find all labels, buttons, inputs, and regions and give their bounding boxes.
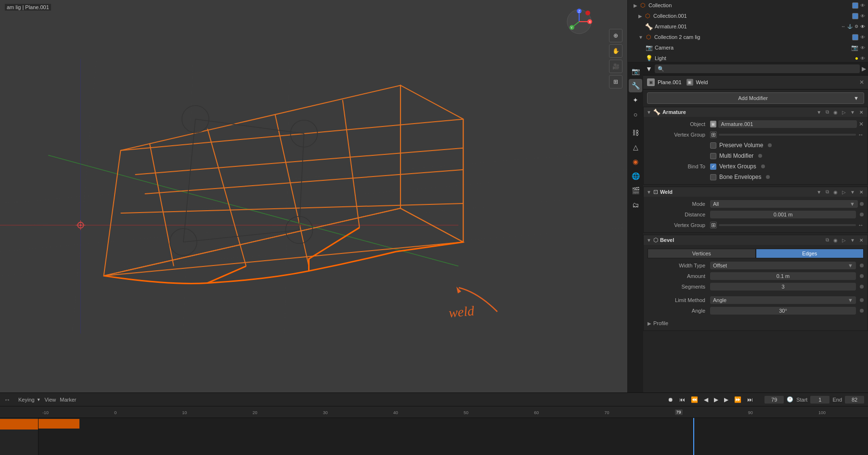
vg-dot[interactable]	[761, 164, 765, 168]
modifier-armature-header[interactable]: ▼ 🦴 Armature ▼ ⧉ ◉ ▷ ▼ ✕	[644, 107, 868, 117]
grid-tool[interactable]: ⊞	[609, 75, 622, 88]
scene-icon-btn[interactable]: 📷	[629, 64, 642, 78]
bevel-data-icon[interactable]: ◉	[832, 237, 839, 243]
world-icon-btn[interactable]: 🌐	[629, 169, 642, 183]
play-btn[interactable]: ▶	[712, 395, 720, 404]
bevel-limit-dropdown[interactable]: Angle ▼	[710, 296, 856, 304]
armature-copy-icon[interactable]: ⧉	[824, 109, 830, 115]
add-modifier-btn[interactable]: Add Modifier ▼	[647, 92, 864, 104]
material-icon-btn[interactable]: ◉	[629, 155, 642, 168]
be-dot[interactable]	[766, 175, 770, 179]
current-frame-input[interactable]	[764, 396, 784, 404]
constraints-icon-btn[interactable]: ⛓	[629, 126, 642, 139]
physics-icon-btn[interactable]: ○	[629, 108, 642, 121]
particles-icon-btn[interactable]: ✦	[629, 93, 642, 107]
jump-end-btn[interactable]: ⏭	[745, 395, 755, 404]
weld-render-icon[interactable]: ▷	[841, 189, 847, 195]
marker-menu[interactable]: Marker	[60, 397, 76, 403]
jump-start-btn[interactable]: ⏮	[677, 395, 687, 404]
step-fwd-btn[interactable]: ▶	[722, 395, 730, 404]
vgroup-swap[interactable]: ↔	[858, 131, 864, 138]
bevel-segments-field[interactable]: 3	[710, 283, 856, 291]
next-keyframe-btn[interactable]: ⏩	[732, 395, 743, 404]
timeline-swap-btn[interactable]: ↔	[4, 396, 11, 404]
weld-dist-dot[interactable]	[860, 213, 864, 216]
preserve-volume-checkbox[interactable]	[710, 142, 716, 149]
profile-arrow[interactable]: ▶	[648, 321, 651, 326]
bevel-limit-dot[interactable]	[860, 298, 864, 302]
modifier-weld-header[interactable]: ▼ ⊡ Weld ▼ ⧉ ◉ ▷ ▼ ✕	[644, 187, 868, 197]
output-icon-btn[interactable]: 🗂	[629, 198, 642, 212]
track-bar-area[interactable]	[39, 418, 868, 455]
bevel-collapse[interactable]: ▼	[647, 238, 651, 243]
bone-envelopes-checkbox[interactable]	[710, 174, 716, 180]
armature-close-btn[interactable]: ✕	[858, 109, 865, 115]
weld-close-btn[interactable]: ✕	[858, 189, 865, 195]
multimod-dot[interactable]	[758, 154, 762, 158]
bevel-amount-field[interactable]: 0.1 m	[710, 272, 856, 280]
obj-type-icon: ▣	[647, 78, 655, 86]
bevel-collapse-btn[interactable]: ▼	[849, 237, 856, 243]
weld-collapse-btn[interactable]: ▼	[849, 189, 856, 195]
outliner[interactable]: ▶ ⬡ Collection 👁 ▶ ⬡ Collection.001 👁	[628, 0, 868, 63]
bevel-seg-dot[interactable]	[860, 285, 864, 289]
nav-gizmo[interactable]: Z X Y	[565, 7, 594, 38]
search-input[interactable]	[655, 64, 860, 73]
move-tool[interactable]: ✋	[609, 44, 622, 58]
view-menu[interactable]: View	[45, 397, 56, 403]
bevel-angle-dot[interactable]	[860, 309, 864, 313]
modifier-icon-btn[interactable]: 🔧	[629, 79, 642, 92]
weld-collapse[interactable]: ▼	[647, 190, 651, 195]
weld-filter-icon[interactable]: ▼	[815, 189, 823, 195]
bevel-angle-field[interactable]: 30°	[710, 307, 856, 315]
outliner-item-collection2[interactable]: ▼ ⬡ Collection 2 cam lig 👁	[628, 32, 868, 42]
weld-mode-dropdown[interactable]: All ▼	[710, 200, 858, 208]
bevel-amount-dot[interactable]	[860, 274, 864, 278]
record-btn[interactable]: ⏺	[666, 395, 675, 404]
outliner-item-light[interactable]: 💡 Light ● 👁	[628, 53, 868, 63]
cursor-tool[interactable]: ⊕	[609, 29, 622, 42]
search-clear[interactable]: ▶	[862, 65, 866, 72]
bevel-close-btn[interactable]: ✕	[858, 237, 865, 243]
data-icon-btn[interactable]: △	[629, 140, 642, 154]
armature-filter-icon[interactable]: ▼	[815, 109, 823, 115]
outliner-item-armature[interactable]: 🦴 Armature.001 ↔ ⚓ ⚙ 👁	[628, 21, 868, 32]
vgroup-field[interactable]	[719, 134, 856, 136]
outliner-item-collection[interactable]: ▶ ⬡ Collection 👁	[628, 0, 868, 11]
weld-copy-icon[interactable]: ⧉	[824, 189, 830, 195]
weld-distance-field[interactable]: 0.001 m	[710, 211, 856, 218]
weld-data-icon[interactable]: ◉	[832, 189, 839, 195]
keying-menu[interactable]: Keying ▼	[18, 397, 41, 403]
weld-mode-dot[interactable]	[860, 202, 864, 206]
vertex-groups-checkbox[interactable]: ✓	[710, 164, 716, 170]
armature-collapse-arrow[interactable]: ▼	[647, 110, 651, 115]
preserve-dot[interactable]	[768, 143, 772, 147]
timeline-tracks[interactable]	[0, 418, 868, 455]
multi-modifier-checkbox[interactable]	[710, 153, 716, 159]
outliner-item-collection001[interactable]: ▶ ⬡ Collection.001 👁	[628, 11, 868, 21]
bevel-tab-vertices[interactable]: Vertices	[648, 249, 756, 258]
obj-settings-icon[interactable]: ✕	[859, 79, 864, 86]
step-back-btn[interactable]: ◀	[702, 395, 710, 404]
armature-object-field[interactable]: Armature.001	[718, 120, 857, 128]
weld-vg-swap[interactable]: ↔	[858, 222, 864, 228]
start-frame-input[interactable]	[810, 396, 829, 404]
armature-obj-clear[interactable]: ✕	[859, 121, 864, 127]
search-dropdown[interactable]: ▼	[645, 65, 653, 73]
camera-tool[interactable]: 🎥	[609, 60, 622, 73]
bevel-tab-edges[interactable]: Edges	[756, 249, 864, 258]
outliner-item-camera[interactable]: 📷 Camera 📷 👁	[628, 42, 868, 53]
bevel-width-type-dropdown[interactable]: Offset ▼	[710, 262, 856, 269]
bevel-render-icon[interactable]: ▷	[841, 237, 847, 243]
modifier-bevel-header[interactable]: ▼ ⬡ Bevel ⧉ ◉ ▷ ▼ ✕	[644, 235, 868, 245]
end-frame-input[interactable]	[845, 396, 864, 404]
bevel-copy-icon[interactable]: ⧉	[824, 237, 830, 243]
bevel-wt-dot[interactable]	[860, 264, 864, 267]
viewport[interactable]: am lig | Plane.001 Z X Y	[0, 0, 627, 392]
prev-keyframe-btn[interactable]: ⏪	[689, 395, 700, 404]
armature-collapse-btn[interactable]: ▼	[849, 109, 856, 115]
armature-render-icon[interactable]: ▷	[841, 109, 847, 115]
armature-data-icon[interactable]: ◉	[832, 109, 839, 115]
weld-vgroup-field[interactable]	[719, 224, 856, 226]
render-icon-btn[interactable]: 🎬	[629, 184, 642, 197]
